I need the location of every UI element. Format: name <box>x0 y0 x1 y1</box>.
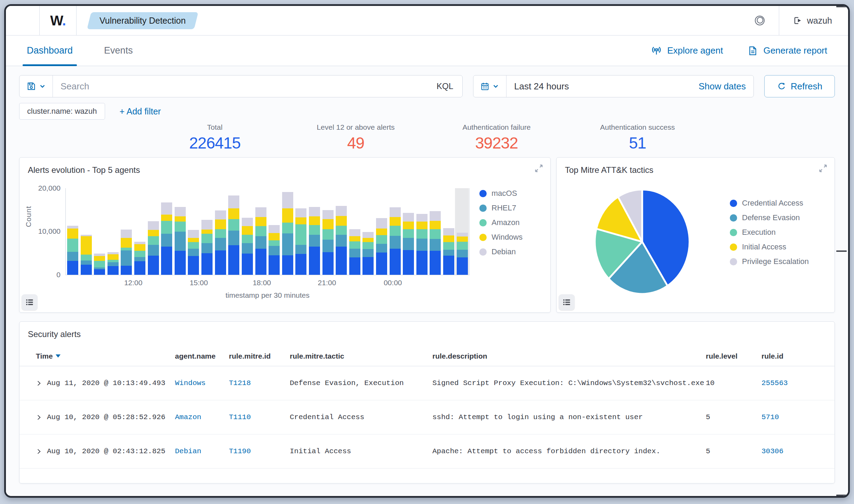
pie-chart-legend: Credential AccessDefense EvasionExecutio… <box>730 196 809 269</box>
stacked-bar[interactable] <box>242 218 253 275</box>
stacked-bar[interactable] <box>309 207 320 275</box>
legend-dot-icon <box>479 248 487 256</box>
legend-item[interactable]: Privilege Escalation <box>730 254 809 269</box>
legend-item[interactable]: macOS <box>479 186 522 201</box>
stacked-bar[interactable] <box>255 207 266 275</box>
column-header-rule-mitre-tactic[interactable]: rule.mitre.tactic <box>290 352 432 360</box>
bar-segment-rhel7 <box>148 245 159 256</box>
bar-segment-amazon <box>175 222 186 232</box>
bar-segment-amazon <box>309 225 320 235</box>
bar-segment-amazon <box>336 226 347 235</box>
x-axis-caption: timestamp per 30 minutes <box>65 291 470 299</box>
expand-row-icon[interactable] <box>36 414 42 421</box>
expand-panel-button[interactable] <box>817 162 829 174</box>
cell-agent-name-link[interactable]: Debian <box>175 447 229 455</box>
stacked-bar[interactable] <box>322 210 334 275</box>
table-row[interactable]: Aug 11, 2020 @ 10:13:49.493WindowsT1218D… <box>19 366 835 400</box>
inspect-panel-button[interactable] <box>22 294 38 310</box>
stacked-bar[interactable] <box>121 230 132 275</box>
table-row[interactable]: Aug 10, 2020 @ 05:28:52.926AmazonT1110Cr… <box>19 400 835 434</box>
bar-segment-amazon <box>94 261 105 267</box>
legend-label: Execution <box>742 228 776 237</box>
cell-mitre-id-link[interactable]: T1218 <box>229 379 290 387</box>
stacked-bar[interactable] <box>336 206 347 275</box>
tab-dashboard[interactable]: Dashboard <box>27 35 73 66</box>
stacked-bar[interactable] <box>67 226 78 275</box>
stacked-bar[interactable] <box>228 195 239 275</box>
bar-segment-windows <box>188 238 199 242</box>
stacked-bar[interactable] <box>457 233 468 275</box>
stacked-bar[interactable] <box>443 228 454 275</box>
stacked-bar[interactable] <box>376 218 387 275</box>
stacked-bar[interactable] <box>362 232 374 275</box>
bar-segment-windows <box>309 216 320 225</box>
cell-agent-name-link[interactable]: Amazon <box>175 413 229 421</box>
bar-segment-windows <box>295 217 306 224</box>
bar-segment-rhel7 <box>430 239 441 251</box>
stacked-bar[interactable] <box>94 254 105 275</box>
legend-item[interactable]: Amazon <box>479 215 522 230</box>
stacked-bar[interactable] <box>215 210 226 275</box>
table-row[interactable]: Aug 10, 2020 @ 02:43:12.825DebianT1190In… <box>19 434 835 469</box>
bar-segment-windows <box>201 230 213 234</box>
cell-rule-id-link[interactable]: 255563 <box>761 379 821 387</box>
cell-agent-name-link[interactable]: Windows <box>175 379 229 387</box>
bar-segment-rhel7 <box>175 232 186 251</box>
legend-item[interactable]: Execution <box>730 225 809 240</box>
stacked-bar[interactable] <box>161 202 172 275</box>
stacked-bar[interactable] <box>430 211 441 275</box>
tab-events[interactable]: Events <box>104 35 133 66</box>
stacked-bar[interactable] <box>134 242 145 275</box>
bar-segment-rhel7 <box>376 244 387 253</box>
column-header-agent-name[interactable]: agent.name <box>175 352 229 360</box>
stacked-bar[interactable] <box>349 229 360 275</box>
stacked-bar[interactable] <box>295 208 306 275</box>
column-header-label: rule.mitre.tactic <box>290 352 344 360</box>
stacked-bar[interactable] <box>201 220 213 275</box>
expand-row-icon[interactable] <box>36 380 42 386</box>
menu-button[interactable] <box>6 6 39 35</box>
stacked-bar[interactable] <box>390 207 401 275</box>
column-header-rule-id[interactable]: rule.id <box>761 352 821 360</box>
bar-segment-macos <box>443 256 454 275</box>
bar-segment-rhel7 <box>416 239 428 251</box>
inspect-panel-button[interactable] <box>559 294 575 310</box>
bar-segment-debian <box>295 208 306 217</box>
cell-rule-id-link[interactable]: 5710 <box>761 413 821 421</box>
breadcrumb-module-badge[interactable]: Vulnerability Detection <box>87 12 198 29</box>
column-header-rule-mitre-id[interactable]: rule.mitre.id <box>229 352 290 360</box>
stacked-bar[interactable] <box>107 252 119 275</box>
column-header-rule-level[interactable]: rule.level <box>706 352 761 360</box>
stacked-bar[interactable] <box>148 221 159 275</box>
breadcrumb: Vulnerability Detection <box>89 12 196 29</box>
expand-row-icon[interactable] <box>36 448 42 455</box>
legend-item[interactable]: Credential Access <box>730 196 809 210</box>
column-header-time[interactable]: Time <box>36 352 175 360</box>
stacked-bar[interactable] <box>282 192 293 275</box>
legend-item[interactable]: RHEL7 <box>479 201 522 215</box>
bar-segment-amazon <box>376 235 387 244</box>
column-header-rule-description[interactable]: rule.description <box>432 352 706 360</box>
stacked-bar[interactable] <box>175 207 186 275</box>
stacked-bar[interactable] <box>269 225 280 275</box>
legend-item[interactable]: Windows <box>479 230 522 245</box>
stacked-bar[interactable] <box>81 235 92 275</box>
bar-segment-rhel7 <box>269 246 280 255</box>
bar-segment-macos <box>107 266 119 275</box>
cell-mitre-id-link[interactable]: T1110 <box>229 413 290 421</box>
bar-segment-macos <box>201 253 213 275</box>
legend-item[interactable]: Initial Access <box>730 240 809 254</box>
cell-mitre-id-link[interactable]: T1190 <box>229 447 290 455</box>
bar-segment-amazon <box>295 224 306 245</box>
bar-segment-amazon <box>148 236 159 245</box>
legend-item[interactable]: Defense Evasion <box>730 210 809 225</box>
stacked-bar[interactable] <box>403 213 414 275</box>
expand-panel-button[interactable] <box>533 162 545 174</box>
legend-item[interactable]: Debian <box>479 245 522 259</box>
stacked-bar[interactable] <box>188 230 199 275</box>
cell-rule-id-link[interactable]: 30306 <box>761 447 821 455</box>
stacked-bar[interactable] <box>416 214 428 275</box>
bar-segment-debian <box>94 254 105 256</box>
panel-mitre-tactics: Top Mitre ATT&K tactics Credential Acces… <box>556 157 835 313</box>
bar-segment-macos <box>215 250 226 275</box>
